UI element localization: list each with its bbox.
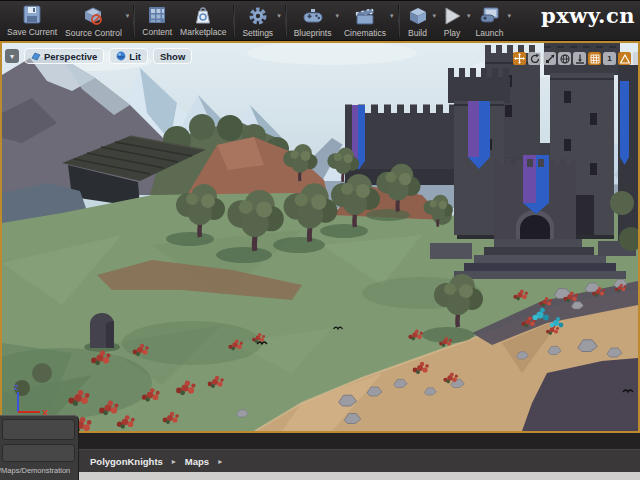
scale-icon (545, 54, 555, 64)
breadcrumb-arrow-icon[interactable]: ▸ (218, 457, 222, 466)
cinematics-button[interactable]: Cinematics (340, 3, 390, 39)
lit-sphere-icon (116, 51, 126, 61)
move-icon (514, 53, 525, 64)
grid-snap-button[interactable] (588, 52, 601, 65)
asset-path-text: /Maps/Demonstration (0, 466, 75, 475)
watermark: pxwy.cn (541, 3, 635, 28)
perspective-button[interactable]: Perspective (24, 48, 104, 64)
launch-button[interactable]: Launch (472, 3, 508, 39)
viewport-options-button[interactable]: ▾ (5, 49, 19, 63)
main-toolbar: Save Current Source Control ▾ Content Ma… (0, 0, 640, 41)
content-browser-breadcrumb-bar: PolygonKnights ▸ Maps ▸ (0, 449, 640, 472)
source-control-button[interactable]: Source Control (61, 3, 126, 39)
translate-tool-button[interactable] (513, 52, 526, 65)
build-cube-icon (407, 5, 429, 27)
blueprints-button[interactable]: Blueprints (290, 3, 336, 39)
tooltip-thumbnail-area (2, 419, 75, 440)
play-button[interactable]: Play (437, 3, 467, 39)
scale-snap-button[interactable] (633, 52, 638, 65)
marketplace-bag-icon (192, 4, 214, 26)
source-control-label: Source Control (65, 28, 122, 38)
rotate-tool-button[interactable] (528, 52, 541, 65)
play-dropdown-caret[interactable]: ▾ (467, 12, 471, 20)
build-dropdown-caret[interactable]: ▾ (433, 12, 437, 20)
grid-icon (590, 54, 600, 64)
rotate-icon (530, 54, 540, 64)
settings-gear-icon (247, 5, 269, 27)
source-control-dropdown-caret[interactable]: ▾ (126, 12, 130, 20)
save-current-label: Save Current (7, 27, 57, 37)
play-label: Play (444, 28, 461, 38)
chevron-down-icon: ▾ (10, 52, 14, 61)
asset-tooltip-popup: /Maps/Demonstration (0, 415, 79, 480)
unreal-editor-window: Save Current Source Control ▾ Content Ma… (0, 0, 640, 480)
launch-label: Launch (476, 28, 504, 38)
lit-label: Lit (129, 51, 141, 62)
angle-triangle-icon (620, 54, 630, 64)
settings-button[interactable]: Settings (238, 3, 277, 39)
toolbar-separator (285, 5, 287, 37)
settings-label: Settings (242, 28, 273, 38)
grid-snap-size-button[interactable]: 1 (603, 52, 616, 65)
build-button[interactable]: Build (403, 3, 433, 39)
settings-dropdown-caret[interactable]: ▾ (277, 12, 281, 20)
breadcrumb-arrow-icon[interactable]: ▸ (172, 457, 176, 466)
blueprints-dropdown-caret[interactable]: ▾ (335, 12, 339, 20)
perspective-label: Perspective (44, 51, 97, 62)
world-coordinate-button[interactable] (558, 52, 571, 65)
rotation-snap-button[interactable] (618, 52, 631, 65)
content-grid-icon (146, 4, 168, 26)
content-label: Content (142, 27, 172, 37)
breadcrumb-maps[interactable]: Maps (185, 456, 209, 467)
launch-icon (479, 5, 501, 27)
surface-snap-button[interactable] (573, 52, 586, 65)
level-viewport[interactable]: z X ▾ Perspective Lit Show (0, 41, 640, 433)
perspective-icon (31, 52, 41, 61)
cinematics-dropdown-caret[interactable]: ▾ (390, 12, 394, 20)
source-control-icon (82, 5, 104, 27)
marketplace-label: Marketplace (180, 27, 226, 37)
globe-icon (560, 54, 570, 64)
build-label: Build (408, 28, 427, 38)
lit-mode-button[interactable]: Lit (109, 48, 148, 64)
dock-bar (0, 433, 640, 449)
viewport-snap-toolbar: 1 (513, 52, 638, 65)
viewport-scene: z X (2, 43, 638, 431)
blueprints-gamepad-icon (302, 5, 324, 27)
axis-z-label: z (14, 382, 19, 392)
toolbar-separator (398, 5, 400, 37)
floppy-disk-icon (21, 4, 43, 26)
blueprints-label: Blueprints (294, 28, 332, 38)
tooltip-info-area (2, 444, 75, 462)
cinematics-label: Cinematics (344, 28, 386, 38)
surface-snap-icon (575, 54, 585, 64)
scale-tool-button[interactable] (543, 52, 556, 65)
show-flags-button[interactable]: Show (153, 48, 192, 64)
cinematics-clapper-icon (354, 5, 376, 27)
marketplace-button[interactable]: Marketplace (176, 2, 230, 40)
toolbar-separator (133, 5, 135, 37)
toolbar-separator (233, 5, 235, 37)
content-browser-body (0, 472, 640, 480)
show-label: Show (160, 51, 185, 62)
launch-dropdown-caret[interactable]: ▾ (507, 12, 511, 20)
save-current-button[interactable]: Save Current (3, 2, 61, 40)
breadcrumb-polygonknights[interactable]: PolygonKnights (90, 456, 163, 467)
content-button[interactable]: Content (138, 2, 176, 40)
grid-size-value: 1 (607, 54, 611, 63)
play-icon (441, 5, 463, 27)
